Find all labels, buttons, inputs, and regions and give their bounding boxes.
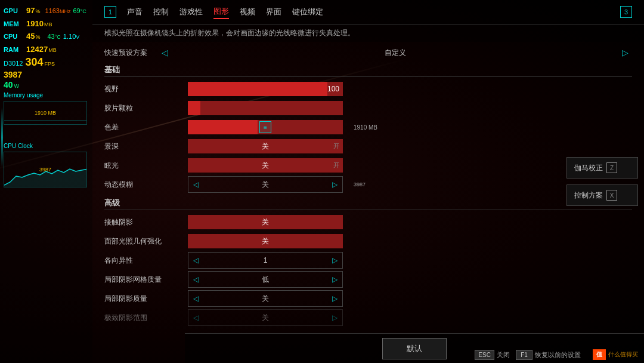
lens-flare-value: 关 [262,161,269,171]
setting-contact-shadow-control[interactable]: 关 [188,215,632,229]
ultra-shadow-next[interactable]: ▷ [327,313,342,322]
setting-contact-shadow-label: 接触阴影 [104,217,188,227]
f1-label: 恢复以前的设置 [535,350,581,359]
film-grain-slider[interactable] [188,101,343,115]
bottom-bar: 默认 ESC 关闭 F1 恢复以前的设置 值 什么值得买 [185,333,644,363]
val-3987: 3987 [4,70,89,79]
mem-unit: MB [44,21,52,29]
setting-film-grain-label: 胶片颗粒 [104,103,188,113]
memory-graph-line [4,121,86,121]
lens-flare-toggle[interactable]: 关 开 [188,158,343,173]
chroma-slider[interactable]: ≡ [188,120,343,134]
subtitle-row: 模拟光照在摄像机镜头上的折射效果，会对画面边缘的光线略微进行失真处理。 [104,28,632,38]
cpu-overlay-value: 3987 [39,167,51,173]
f1-key[interactable]: F1 [516,350,532,360]
default-button[interactable]: 默认 [382,338,447,359]
local-shadow-mesh-prev[interactable]: ◁ [188,275,203,284]
local-shadow-quality-selector[interactable]: ◁ 关 ▷ [188,290,343,307]
setting-anisotropy-control[interactable]: ◁ 1 ▷ [188,252,632,269]
setting-local-shadow-quality-label: 局部阴影质量 [104,294,188,304]
ultra-shadow-value: 关 [203,313,327,323]
preset-control: ◁ 自定义 ▷ [158,47,632,59]
esc-key[interactable]: ESC [475,350,494,360]
setting-local-shadow-mesh: 局部阴影网格质量 ◁ 低 ▷ [104,271,632,288]
cpu-temp: 43 [47,32,54,42]
setting-face-lighting-control[interactable]: 关 [188,234,632,248]
setting-local-shadow-mesh-control[interactable]: ◁ 低 ▷ [188,271,632,288]
motion-blur-hint: 3987 [354,182,366,187]
ultra-shadow-selector[interactable]: ◁ 关 ▷ [188,309,343,326]
bottom-actions: ESC 关闭 F1 恢复以前的设置 值 什么值得买 [475,349,638,360]
face-lighting-toggle[interactable]: 关 [188,234,343,248]
tab-interface[interactable]: 界面 [266,5,281,19]
watermark-text: 什么值得买 [608,350,638,359]
setting-film-grain-control[interactable] [188,101,632,115]
local-shadow-quality-value: 关 [203,294,327,304]
f1-action: F1 恢复以前的设置 [516,350,581,360]
setting-motion-blur-label: 动态模糊 [104,180,188,190]
setting-contact-shadow: 接触阴影 关 [104,214,632,230]
dof-toggle[interactable]: 关 开 [188,139,343,153]
local-shadow-quality-prev[interactable]: ◁ [188,294,203,303]
gamma-button[interactable]: 伽马校正 Z [566,157,638,179]
lens-flare-hint: 开 [333,161,339,170]
anisotropy-prev[interactable]: ◁ [188,256,203,264]
voltage: 1.10 [63,32,76,42]
local-shadow-mesh-selector[interactable]: ◁ 低 ▷ [188,271,343,288]
cpu-value: 45 [26,30,35,42]
tab-key-2: 3 [620,6,632,18]
setting-ultra-shadow-control[interactable]: ◁ 关 ▷ [188,309,632,326]
memory-graph: 1910 MB [4,101,87,125]
cpu-label: CPU [4,32,26,42]
setting-face-lighting-label: 面部光照几何强化 [104,236,188,247]
basic-section-header: 基础 [104,64,632,77]
watt-row: 40 W [4,80,89,90]
anisotropy-next[interactable]: ▷ [327,256,342,264]
anisotropy-selector[interactable]: ◁ 1 ▷ [188,252,343,269]
local-shadow-quality-next[interactable]: ▷ [327,294,342,303]
tab-video[interactable]: 视频 [240,5,255,19]
tab-graphics[interactable]: 图形 [213,5,229,19]
contact-shadow-toggle[interactable]: 关 [188,215,343,229]
motion-blur-next[interactable]: ▷ [327,180,342,189]
setting-ultra-shadow: 极致阴影范围 ◁ 关 ▷ [104,309,632,326]
setting-fov-control[interactable]: 100 [188,82,632,96]
preset-prev-button[interactable]: ◁ [158,47,172,59]
tab-sound[interactable]: 声音 [127,5,143,19]
setting-chroma-control[interactable]: ≡ 1910 MB [188,120,632,134]
motion-blur-selector[interactable]: ◁ 关 ▷ [188,176,343,193]
ram-unit: MB [48,47,57,55]
setting-fov-label: 视野 [104,84,188,94]
tab-control[interactable]: 控制 [153,5,169,19]
setting-film-grain: 胶片颗粒 [104,100,632,116]
motion-blur-value: 关 [203,180,327,190]
setting-dof-label: 景深 [104,141,188,152]
preset-next-button[interactable]: ▷ [618,47,632,59]
setting-dof-control[interactable]: 关 开 [188,139,632,153]
watermark-area: 值 什么值得买 [593,349,638,360]
setting-local-shadow-quality-control[interactable]: ◁ 关 ▷ [188,290,632,307]
ultra-shadow-prev[interactable]: ◁ [188,313,203,322]
fov-value: 100 [327,85,339,93]
local-shadow-mesh-next[interactable]: ▷ [327,275,342,284]
gamma-key: Z [606,162,617,173]
face-lighting-value: 关 [262,236,269,247]
settings-content[interactable]: 快速预设方案 ◁ 自定义 ▷ 基础 视野 100 胶片颗粒 [92,42,644,345]
setting-lens-flare-control[interactable]: 关 开 [188,158,632,173]
cpu-stat-row: CPU 45 % 43 °C 1.10 V [4,30,89,42]
control-scheme-button[interactable]: 控制方案 X [566,184,638,206]
setting-lens-flare-label: 眩光 [104,161,188,171]
cpu-temp-unit: °C [55,33,61,42]
fov-slider[interactable]: 100 [188,82,343,96]
tab-keybind[interactable]: 键位绑定 [292,5,323,19]
preset-label: 快速预设方案 [104,48,152,58]
gpu-mhz-unit: MHz [60,8,71,16]
watermark-logo: 值 [593,349,606,360]
motion-blur-prev[interactable]: ◁ [188,180,203,189]
setting-local-shadow-quality: 局部阴影质量 ◁ 关 ▷ [104,290,632,307]
tab-gameplay[interactable]: 游戏性 [179,5,203,19]
setting-motion-blur: 动态模糊 ◁ 关 ▷ 3987 [104,176,632,193]
setting-motion-blur-control[interactable]: ◁ 关 ▷ 3987 [188,176,632,193]
control-scheme-key: X [606,190,617,201]
gpu-temp-unit: °C [80,8,86,16]
